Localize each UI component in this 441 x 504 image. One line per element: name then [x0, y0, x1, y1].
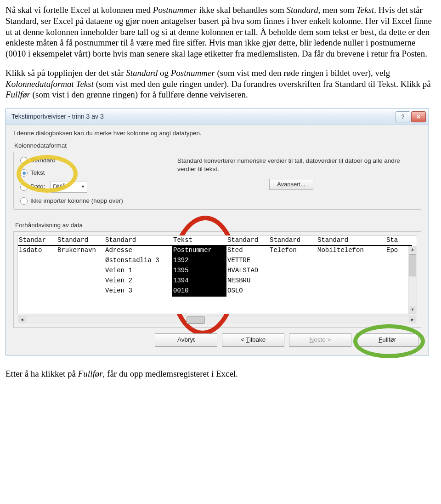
intro-paragraph-2: Klikk så på topplinjen der det står Stan…: [6, 68, 435, 100]
radio-dato[interactable]: Dato: DMÅ ▼: [20, 182, 123, 193]
finish-button[interactable]: Fullfør: [356, 333, 418, 347]
scroll-thumb[interactable]: [409, 254, 416, 276]
radio-icon: [20, 197, 28, 205]
preview-grid[interactable]: Standar Standard Standard Tekst Standard…: [17, 235, 417, 314]
back-button[interactable]: < Tilbake: [222, 333, 284, 347]
window-buttons: ? ✕: [396, 111, 426, 122]
scroll-up-icon[interactable]: ▲: [409, 246, 416, 253]
col-header[interactable]: Standar: [18, 236, 57, 246]
chevron-down-icon: ▼: [81, 184, 85, 189]
scroll-right-icon[interactable]: ►: [409, 316, 416, 323]
format-description-column: Standard konverterer numeriske verdier t…: [177, 157, 416, 190]
preview-header-row[interactable]: Standar Standard Standard Tekst Standard…: [18, 236, 417, 246]
wizard-button-row: Avbryt < Tilbake Neste > Fullfør: [13, 328, 421, 349]
preview-area: Standar Standard Standard Tekst Standard…: [13, 231, 421, 328]
preview-label: Forhåndsvisning av data: [15, 222, 421, 229]
radio-tekst[interactable]: Tekst: [20, 169, 123, 177]
help-button[interactable]: ?: [396, 111, 410, 122]
scroll-left-icon[interactable]: ◄: [18, 316, 26, 323]
col-header[interactable]: Standard: [226, 236, 269, 246]
radio-icon: [20, 157, 28, 164]
advanced-button[interactable]: Avansert...: [269, 179, 313, 190]
outro-paragraph: Etter å ha klikket på Fullfør, får du op…: [6, 368, 435, 379]
col-header[interactable]: Standard: [57, 236, 104, 246]
dialog-body: I denne dialogboksen kan du merke hver k…: [6, 125, 429, 355]
col-header[interactable]: Standard: [269, 236, 317, 246]
preview-data-row: Østenstadlia 3 1392 VETTRE: [18, 256, 417, 266]
radio-skip-column[interactable]: Ikke importer kolonne (hopp over): [20, 197, 123, 205]
col-header[interactable]: Standard: [317, 236, 385, 246]
dialog-info-text: I denne dialogboksen kan du merke hver k…: [13, 130, 421, 137]
cancel-button[interactable]: Avbryt: [155, 333, 217, 347]
dialog-titlebar: Tekstimportveiviser - trinn 3 av 3 ? ✕: [6, 109, 429, 125]
intro-paragraph-1: Nå skal vi fortelle Excel at kolonnen me…: [6, 5, 435, 59]
date-format-dropdown[interactable]: DMÅ ▼: [51, 182, 87, 193]
horizontal-scrollbar[interactable]: ◄ ►: [17, 315, 417, 324]
radio-standard[interactable]: Standard: [20, 157, 123, 165]
format-radio-group: Standard Tekst Dato: DMÅ ▼ Ikke impor: [20, 157, 123, 205]
col-header[interactable]: Sta: [385, 236, 412, 246]
column-format-fieldset: Standard Tekst Dato: DMÅ ▼ Ikke impor: [13, 152, 421, 210]
radio-icon: [20, 169, 28, 177]
text-import-wizard-dialog: Tekstimportveiviser - trinn 3 av 3 ? ✕ I…: [6, 109, 429, 355]
preview-box: Standar Standard Standard Tekst Standard…: [13, 231, 421, 328]
close-button[interactable]: ✕: [411, 111, 426, 122]
col-header-selected[interactable]: Tekst: [172, 236, 226, 246]
column-format-label: Kolonnedataformat: [14, 142, 421, 150]
scroll-down-icon[interactable]: ▼: [409, 306, 416, 314]
preview-field-row: lsdato Brukernavn Adresse Postnummer Ste…: [18, 246, 417, 256]
preview-data-row: Veien 3 0010 OSLO: [18, 286, 417, 297]
next-button: Neste >: [289, 333, 351, 347]
col-header[interactable]: Standard: [104, 236, 172, 246]
radio-icon: [20, 183, 28, 191]
scroll-thumb[interactable]: [187, 316, 205, 324]
format-description-text: Standard konverterer numeriske verdier t…: [177, 157, 416, 173]
dialog-title: Tekstimportveiviser - trinn 3 av 3: [11, 113, 104, 121]
preview-data-row: Veien 1 1395 HVALSTAD: [18, 266, 417, 276]
preview-data-row: Veien 2 1394 NESBRU: [18, 276, 417, 286]
vertical-scrollbar[interactable]: ▲ ▼: [408, 246, 417, 314]
